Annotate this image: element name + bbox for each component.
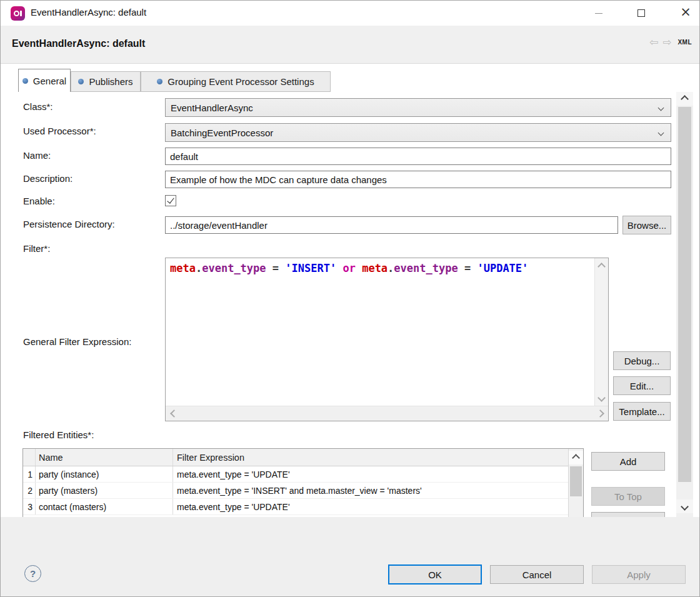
persistence-directory-label: Persistence Directory: [23,219,115,229]
table-header-row: Name Filter Expression [23,449,568,466]
table-row[interactable]: 2 party (masters) meta.event_type = 'INS… [23,483,568,499]
tab-dot-icon [78,79,84,84]
maximize-icon [638,9,645,17]
tab-dot-icon [157,79,162,84]
row-name: party (masters) [36,483,173,498]
content-vertical-scrollbar[interactable] [676,92,693,517]
used-processor-combobox[interactable]: BatchingEventProcessor [165,123,671,142]
scroll-right-icon[interactable] [593,406,607,421]
general-filter-expression-label: General Filter Expression: [23,336,131,347]
dialog-header: EventHandlerAsync: default ⇦ ⇨ XML [1,26,699,64]
name-input[interactable] [165,148,671,165]
chevron-down-icon [658,105,664,111]
tab-grouping-event-processor-settings[interactable]: Grouping Event Processor Settings [141,71,331,92]
code-token: = [458,262,478,274]
header-nav: ⇦ ⇨ XML [649,37,692,48]
apply-button: Apply [592,565,686,584]
table-row[interactable]: 1 party (instance) meta.event_type = 'UP… [23,466,568,483]
filtered-entities-label: Filtered Entities*: [23,429,94,440]
row-filter: meta.event_type = 'INSERT' and meta.mast… [173,483,568,498]
edit-button[interactable]: Edit... [613,376,671,395]
enable-label: Enable: [23,196,55,206]
code-token [336,262,342,274]
tab-general[interactable]: General [18,69,71,92]
code-token: . [196,262,202,274]
used-processor-label: Used Processor*: [23,126,96,136]
used-processor-value: BatchingEventProcessor [171,128,273,138]
row-number: 1 [23,466,36,482]
page-title: EventHandlerAsync: default [12,38,145,49]
scrollbar-thumb[interactable] [678,107,691,482]
filter-expression-code: meta.event_type = 'INSERT' or meta.event… [170,262,528,274]
tab-label: General [33,76,66,86]
checkmark-icon [167,196,174,203]
name-column-header[interactable]: Name [36,449,173,466]
dialog-footer: ? OK Cancel Apply [1,517,699,597]
title-bar: EventHandlerAsync: default × [1,1,699,26]
scroll-up-icon[interactable] [569,451,583,464]
code-token: meta [170,262,196,274]
row-number-header [23,449,36,466]
persistence-directory-input[interactable] [165,216,618,234]
filtered-entities-table: Name Filter Expression 1 party (instance… [22,448,584,517]
class-combobox[interactable]: EventHandlerAsync [165,98,671,117]
cancel-button[interactable]: Cancel [490,565,584,584]
add-button[interactable]: Add [591,452,665,471]
filter-expression-editor[interactable]: meta.event_type = 'INSERT' or meta.event… [165,258,609,421]
back-arrow-icon[interactable]: ⇦ [649,37,658,48]
filter-expression-column-header[interactable]: Filter Expression [173,449,568,466]
class-value: EventHandlerAsync [171,103,253,113]
scroll-left-icon[interactable] [167,406,181,421]
xml-view-button[interactable]: XML [678,39,692,46]
close-icon: × [680,6,691,19]
code-token: = [266,262,286,274]
forward-arrow-icon[interactable]: ⇨ [662,37,671,48]
editor-vertical-scrollbar[interactable] [594,258,608,406]
ok-button[interactable]: OK [388,564,482,584]
filter-label: Filter*: [23,243,50,254]
code-token: . [388,262,394,274]
code-token [356,262,362,274]
tab-bar: General Publishers Grouping Event Proces… [1,64,699,92]
code-token: event_type [394,262,458,274]
chevron-down-icon [658,130,664,136]
enable-checkbox[interactable] [165,195,176,206]
dialog-window: EventHandlerAsync: default × EventHandle… [0,0,700,597]
row-number: 2 [23,483,36,498]
maximize-button[interactable] [627,1,656,26]
debug-button[interactable]: Debug... [613,351,671,370]
code-token: 'INSERT' [285,262,336,274]
tab-publishers[interactable]: Publishers [71,71,141,92]
row-filter: meta.event_type = 'UPDATE' [173,499,568,514]
row-name: contact (masters) [36,499,173,514]
window-title: EventHandlerAsync: default [31,7,146,18]
description-input[interactable] [165,171,671,188]
template-button[interactable]: Template... [613,402,671,421]
name-label: Name: [23,150,51,161]
table-vertical-scrollbar[interactable] [568,449,583,517]
scroll-down-icon[interactable] [676,499,693,513]
row-name: party (instance) [36,466,173,482]
app-logo-icon [11,6,25,21]
browse-button[interactable]: Browse... [622,216,671,234]
class-label: Class*: [23,101,53,112]
description-label: Description: [23,173,72,184]
help-button[interactable]: ? [24,565,41,582]
row-filter: meta.event_type = 'UPDATE' [173,466,568,482]
scrollbar-thumb[interactable] [570,466,582,496]
code-token: meta [362,262,388,274]
clipped-button-edge [591,512,665,517]
minimize-button[interactable] [584,1,613,26]
code-token: or [342,262,355,274]
scroll-up-icon[interactable] [595,259,608,273]
table-row[interactable]: 3 contact (masters) meta.event_type = 'U… [23,499,568,515]
general-tab-panel: Class*: EventHandlerAsync Used Processor… [1,92,700,517]
tab-label: Publishers [89,76,132,87]
code-token: event_type [202,262,266,274]
tab-label: Grouping Event Processor Settings [168,76,314,87]
scroll-up-icon[interactable] [676,92,693,106]
scroll-down-icon[interactable] [595,391,608,404]
to-top-button: To Top [591,487,665,506]
editor-horizontal-scrollbar[interactable] [166,406,608,421]
close-button[interactable]: × [671,1,700,26]
